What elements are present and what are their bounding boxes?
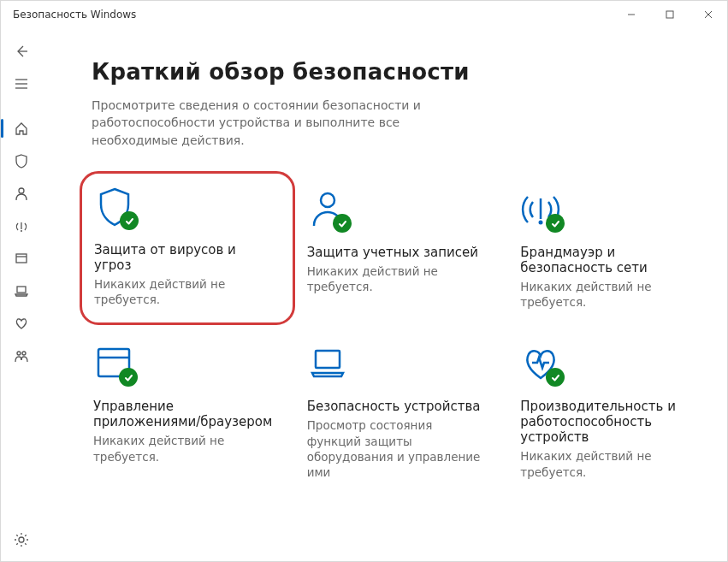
sidebar-item-appbrowser[interactable]: [1, 242, 42, 275]
app-window: Безопасность Windows: [0, 0, 728, 562]
laptop-icon: [307, 342, 348, 383]
card-title: Брандмауэр и безопасность сети: [520, 245, 700, 275]
status-ok-icon: [333, 214, 352, 233]
card-desc: Никаких действий не требуется.: [94, 276, 277, 307]
sidebar-item-performance[interactable]: [1, 307, 42, 340]
sidebar-item-virus[interactable]: [1, 145, 42, 177]
card-account[interactable]: Защита учетных записей Никаких действий …: [305, 183, 494, 315]
card-desc: Просмотр состояния функций защиты оборуд…: [307, 417, 487, 480]
card-title: Производительность и работоспособность у…: [520, 399, 700, 445]
status-ok-icon: [546, 368, 565, 387]
heart-icon: [520, 342, 561, 383]
window-icon: [93, 342, 134, 383]
card-title: Защита учетных записей: [307, 245, 478, 260]
card-title: Защита от вирусов и угроз: [94, 242, 277, 273]
card-desc: Никаких действий не требуется.: [307, 263, 487, 294]
card-firewall[interactable]: Брандмауэр и безопасность сети Никаких д…: [518, 183, 707, 315]
sidebar: [1, 28, 42, 561]
person-icon: [307, 188, 348, 229]
status-ok-icon: [546, 214, 565, 233]
back-button[interactable]: [1, 35, 42, 68]
card-performance[interactable]: Производительность и работоспособность у…: [518, 337, 707, 485]
sidebar-item-device[interactable]: [1, 275, 42, 307]
maximize-button[interactable]: [650, 1, 689, 28]
card-device[interactable]: Безопасность устройства Просмотр состоян…: [305, 337, 494, 485]
main-content: Краткий обзор безопасности Просмотрите с…: [42, 28, 727, 561]
wifi-icon: [520, 188, 561, 229]
sidebar-item-menu[interactable]: [1, 68, 42, 100]
sidebar-item-firewall[interactable]: [1, 210, 42, 242]
card-appbrowser[interactable]: Управление приложениями/браузером Никаки…: [92, 337, 280, 485]
card-virus[interactable]: Защита от вирусов и угроз Никаких действ…: [80, 171, 295, 325]
card-title: Управление приложениями/браузером: [93, 399, 273, 429]
sidebar-item-family[interactable]: [1, 340, 42, 372]
card-desc: Никаких действий не требуется.: [520, 279, 700, 310]
sidebar-item-home[interactable]: [1, 112, 42, 145]
window-controls: [612, 1, 727, 28]
card-desc: Никаких действий не требуется.: [520, 448, 700, 479]
titlebar: Безопасность Windows: [1, 1, 727, 28]
card-title: Безопасность устройства: [307, 399, 481, 414]
cards-grid: Защита от вирусов и угроз Никаких действ…: [92, 183, 707, 485]
status-ok-icon: [119, 368, 138, 387]
close-button[interactable]: [689, 1, 727, 28]
card-desc: Никаких действий не требуется.: [93, 433, 273, 464]
page-title: Краткий обзор безопасности: [92, 59, 707, 85]
shield-icon: [94, 186, 135, 227]
minimize-button[interactable]: [612, 1, 650, 28]
status-ok-icon: [120, 211, 139, 230]
sidebar-item-account[interactable]: [1, 177, 42, 210]
sidebar-item-settings[interactable]: [1, 524, 42, 556]
svg-rect-27: [666, 11, 673, 18]
page-subtitle: Просмотрите сведения о состоянии безопас…: [92, 97, 451, 149]
window-title: Безопасность Windows: [13, 9, 136, 21]
